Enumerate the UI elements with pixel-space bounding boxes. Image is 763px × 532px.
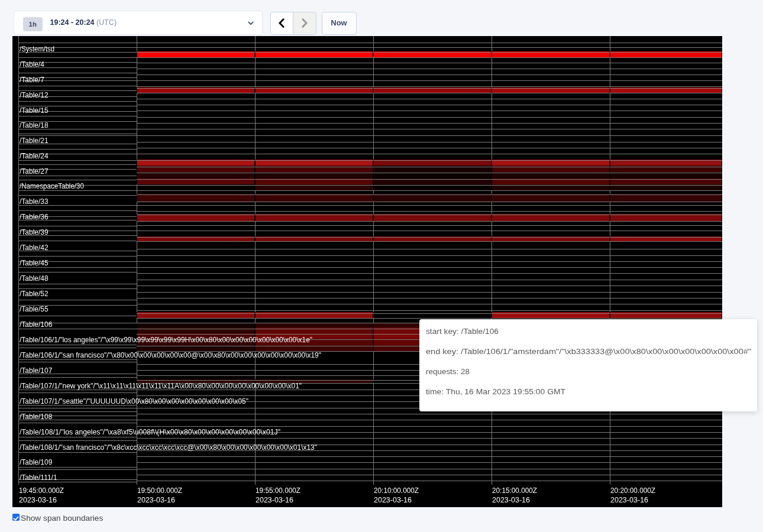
svg-text:19:55:00.000Z: 19:55:00.000Z — [256, 486, 300, 495]
svg-text:/Table/52: /Table/52 — [20, 290, 49, 298]
svg-text:/Table/108/1/"san francisco"/": /Table/108/1/"san francisco"/"\x8c\xcc\x… — [20, 443, 317, 452]
svg-text:/Table/12: /Table/12 — [20, 91, 49, 99]
svg-text:20:10:00.000Z: 20:10:00.000Z — [374, 486, 419, 495]
svg-text:/Table/15: /Table/15 — [20, 106, 49, 115]
svg-text:20:15:00.000Z: 20:15:00.000Z — [492, 486, 537, 495]
svg-text:/Table/55: /Table/55 — [20, 305, 49, 313]
svg-text:/NamespaceTable/30: /NamespaceTable/30 — [20, 182, 84, 190]
svg-text:/Table/108/1/"los angeles"/"\x: /Table/108/1/"los angeles"/"\xa8\xf5\u00… — [20, 428, 280, 436]
svg-text:end key: /Table/106/1/"amsterd: end key: /Table/106/1/"amsterdam"/"\xb33… — [426, 347, 751, 356]
svg-text:/Table/107/1/"new york"/"\x11\: /Table/107/1/"new york"/"\x11\x11\x11\x1… — [20, 382, 302, 390]
svg-text:/Table/106/1/"los angeles"/"\x: /Table/106/1/"los angeles"/"\x99\x99\x99… — [20, 336, 312, 344]
svg-text:2023-03-16: 2023-03-16 — [374, 496, 412, 504]
svg-text:requests: 28: requests: 28 — [426, 367, 470, 376]
svg-text:/Table/18: /Table/18 — [20, 121, 49, 129]
svg-text:/Table/4: /Table/4 — [20, 60, 44, 69]
svg-text:/Table/39: /Table/39 — [20, 228, 49, 236]
svg-text:/Table/107: /Table/107 — [20, 366, 53, 375]
svg-text:/Table/111/1: /Table/111/1 — [20, 473, 57, 482]
svg-text:/Table/7: /Table/7 — [20, 76, 44, 84]
svg-text:/Table/24: /Table/24 — [20, 152, 49, 160]
svg-text:19:45:00.000Z: 19:45:00.000Z — [19, 486, 64, 495]
svg-text:/Table/27: /Table/27 — [20, 167, 49, 176]
svg-text:/Table/21: /Table/21 — [20, 137, 49, 145]
svg-text:/Table/33: /Table/33 — [20, 197, 49, 206]
svg-text:2023-03-16: 2023-03-16 — [610, 496, 648, 504]
svg-text:19:50:00.000Z: 19:50:00.000Z — [137, 486, 182, 495]
svg-text:time: Thu, 16 Mar 2023 19:55:0: time: Thu, 16 Mar 2023 19:55:00 GMT — [426, 387, 565, 396]
svg-text:/Table/109: /Table/109 — [20, 458, 53, 466]
svg-text:start key: /Table/106: start key: /Table/106 — [426, 327, 499, 336]
svg-text:2023-03-16: 2023-03-16 — [256, 496, 293, 504]
svg-text:2023-03-16: 2023-03-16 — [19, 496, 57, 504]
svg-text:2023-03-16: 2023-03-16 — [137, 496, 175, 504]
svg-text:20:20:00.000Z: 20:20:00.000Z — [610, 486, 655, 495]
svg-text:/Table/107/1/"seattle"/"UUUUUU: /Table/107/1/"seattle"/"UUUUUUD\x00\x80\… — [20, 397, 248, 406]
svg-text:/Table/106: /Table/106 — [20, 320, 53, 329]
svg-text:/Table/108: /Table/108 — [20, 413, 53, 421]
svg-text:/Table/42: /Table/42 — [20, 244, 49, 252]
svg-text:/Table/48: /Table/48 — [20, 274, 49, 283]
svg-text:/Table/106/1/"san francisco"/": /Table/106/1/"san francisco"/"\x80\x00\x… — [20, 351, 321, 359]
svg-text:2023-03-16: 2023-03-16 — [492, 496, 530, 504]
svg-text:/Table/36: /Table/36 — [20, 213, 49, 221]
svg-text:/System/tsd: /System/tsd — [20, 45, 54, 53]
svg-text:/Table/45: /Table/45 — [20, 259, 49, 267]
